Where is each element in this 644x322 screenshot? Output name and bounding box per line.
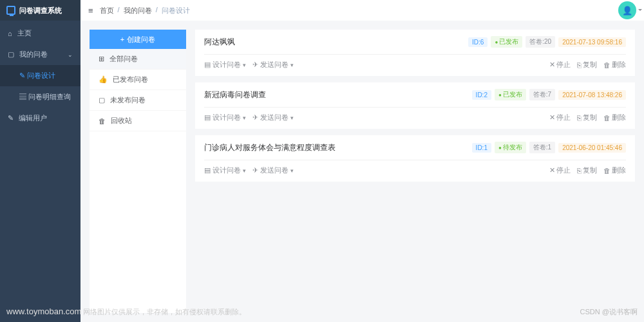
footer: www.toymoban.com 网络图片仅供展示，非存储，如有侵权请联系删除。… xyxy=(6,307,246,317)
thumb-icon: 👍 xyxy=(99,75,108,84)
count-badge: 答卷:7 xyxy=(529,89,555,100)
panel-all[interactable]: ⊞全部问卷 xyxy=(90,49,186,70)
send-menu[interactable]: ✈发送问卷 xyxy=(252,60,294,70)
delete-button[interactable]: 🗑 删除 xyxy=(603,113,626,122)
count-badge: 答卷:20 xyxy=(526,36,555,48)
stop-button[interactable]: ✕ 停止 xyxy=(549,60,571,70)
panel-trash[interactable]: 🗑回收站 xyxy=(90,111,186,131)
doc-icon: ▤ xyxy=(204,166,211,175)
time-badge: 2021-07-08 13:48:26 xyxy=(558,90,626,100)
sidebar: 问卷调查系统 ⌂主页 ▢我的问卷⌄ ✎ 问卷设计 ▤ 问卷明细查询 ✎编辑用户 xyxy=(0,0,80,322)
breadcrumb-current: 问卷设计 xyxy=(162,6,190,15)
document-icon: ▢ xyxy=(8,50,14,59)
doc-icon: ▢ xyxy=(99,96,105,104)
survey-list: 阿达飒飒 ID:6 已发布 答卷:20 2021-07-13 09:58:16 … xyxy=(195,30,635,313)
list-icon: ▤ xyxy=(19,93,26,100)
status-badge: 已发布 xyxy=(491,36,522,48)
id-badge: ID:1 xyxy=(472,143,491,153)
content: +创建问卷 ⊞全部问卷 👍已发布问卷 ▢未发布问卷 🗑回收站 阿达飒飒 ID:6… xyxy=(80,21,644,322)
design-menu[interactable]: ▤设计问卷 xyxy=(204,60,246,70)
footer-text: 网络图片仅供展示，非存储，如有侵权请联系删除。 xyxy=(83,308,246,316)
breadcrumb-home[interactable]: 首页 xyxy=(100,6,114,15)
monitor-icon xyxy=(6,6,15,15)
send-icon: ✈ xyxy=(252,61,258,69)
nav-survey-detail[interactable]: ▤ 问卷明细查询 xyxy=(0,86,80,108)
avatar[interactable]: 👤 xyxy=(618,1,636,19)
app-title: 问卷调查系统 xyxy=(19,6,62,15)
status-badge: 已发布 xyxy=(495,89,526,100)
nav-my-surveys[interactable]: ▢我的问卷⌄ xyxy=(0,44,80,65)
plus-icon: + xyxy=(120,35,124,43)
doc-icon: ▤ xyxy=(204,61,211,69)
copy-button[interactable]: ⎘ 复制 xyxy=(577,113,597,122)
send-icon: ✈ xyxy=(252,113,258,122)
count-badge: 答卷:1 xyxy=(529,142,555,153)
nav-edit-user[interactable]: ✎编辑用户 xyxy=(0,108,80,129)
survey-card: 新冠病毒问卷调查 ID:2 已发布 答卷:7 2021-07-08 13:48:… xyxy=(195,82,635,129)
breadcrumb: 首页/ 我的问卷/ 问卷设计 xyxy=(100,6,190,15)
folder-icon: ⊞ xyxy=(99,55,104,63)
id-badge: ID:2 xyxy=(472,90,491,100)
stop-button[interactable]: ✕ 停止 xyxy=(549,113,571,122)
delete-button[interactable]: 🗑 删除 xyxy=(603,60,626,70)
design-menu[interactable]: ▤设计问卷 xyxy=(204,166,246,175)
menu-toggle-icon[interactable]: ≡ xyxy=(88,6,93,15)
watermark: www.toymoban.com xyxy=(6,307,81,316)
footer-credit: CSDN @说书客啊 xyxy=(580,307,638,317)
survey-card: 门诊病人对服务体会与满意程度调查表 ID:1 待发布 答卷:1 2021-06-… xyxy=(195,135,635,182)
logo: 问卷调查系统 xyxy=(0,0,80,21)
chevron-down-icon: ⌄ xyxy=(68,52,73,58)
time-badge: 2021-06-20 01:45:46 xyxy=(558,143,626,153)
delete-button[interactable]: 🗑 删除 xyxy=(603,166,626,175)
send-icon: ✈ xyxy=(252,166,258,175)
edit-icon: ✎ xyxy=(8,114,14,122)
main: ≡ 首页/ 我的问卷/ 问卷设计 👤 +创建问卷 ⊞全部问卷 👍已发布问卷 ▢未… xyxy=(80,0,644,322)
nav-survey-design[interactable]: ✎ 问卷设计 xyxy=(0,65,80,86)
send-menu[interactable]: ✈发送问卷 xyxy=(252,166,294,175)
copy-button[interactable]: ⎘ 复制 xyxy=(577,60,597,70)
status-badge: 待发布 xyxy=(495,142,526,153)
survey-title: 门诊病人对服务体会与满意程度调查表 xyxy=(204,142,469,153)
survey-card: 阿达飒飒 ID:6 已发布 答卷:20 2021-07-13 09:58:16 … xyxy=(195,30,635,76)
create-survey-button[interactable]: +创建问卷 xyxy=(90,30,186,49)
panel-unpublished[interactable]: ▢未发布问卷 xyxy=(90,90,186,111)
topbar: ≡ 首页/ 我的问卷/ 问卷设计 👤 xyxy=(80,0,644,21)
design-menu[interactable]: ▤设计问卷 xyxy=(204,113,246,122)
send-menu[interactable]: ✈发送问卷 xyxy=(252,113,294,122)
nav: ⌂主页 ▢我的问卷⌄ ✎ 问卷设计 ▤ 问卷明细查询 ✎编辑用户 xyxy=(0,21,80,129)
edit-icon: ✎ xyxy=(19,71,25,79)
doc-icon: ▤ xyxy=(204,113,211,122)
panel-published[interactable]: 👍已发布问卷 xyxy=(90,70,186,90)
id-badge: ID:6 xyxy=(468,37,488,47)
time-badge: 2021-07-13 09:58:16 xyxy=(558,37,626,47)
trash-icon: 🗑 xyxy=(99,117,106,125)
dashboard-icon: ⌂ xyxy=(8,30,12,37)
breadcrumb-mine[interactable]: 我的问卷 xyxy=(124,6,152,15)
user-icon: 👤 xyxy=(622,6,632,15)
survey-title: 阿达飒飒 xyxy=(204,37,465,48)
copy-button[interactable]: ⎘ 复制 xyxy=(577,166,597,175)
survey-title: 新冠病毒问卷调查 xyxy=(204,90,469,100)
side-panel: +创建问卷 ⊞全部问卷 👍已发布问卷 ▢未发布问卷 🗑回收站 xyxy=(90,30,186,313)
nav-home[interactable]: ⌂主页 xyxy=(0,23,80,44)
stop-button[interactable]: ✕ 停止 xyxy=(549,166,571,175)
